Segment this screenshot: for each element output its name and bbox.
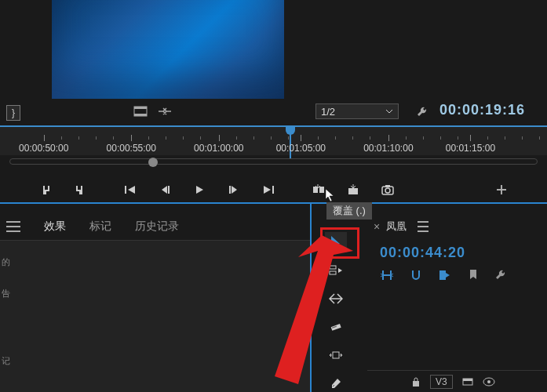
close-sequence-button[interactable]: ×	[374, 220, 380, 233]
join-icon[interactable]	[157, 106, 173, 117]
timeline-settings-icon[interactable]	[494, 268, 509, 282]
mark-out-button[interactable]	[69, 180, 91, 199]
cut-text-2: 告	[2, 288, 10, 299]
svg-rect-4	[168, 186, 170, 194]
panel-menu-icon[interactable]	[6, 221, 20, 232]
left-panel-body: 的 告 记	[0, 240, 310, 392]
track-select-tool[interactable]	[325, 260, 347, 281]
cut-text-3: 记	[2, 355, 10, 367]
svg-rect-6	[272, 186, 274, 194]
track-eye-icon[interactable]	[483, 377, 495, 387]
svg-rect-19	[439, 270, 446, 280]
zoom-select[interactable]: 1/2	[315, 103, 399, 119]
ruler-track[interactable]: 00:00:50:0000:00:55:0000:01:00:0000:01:0…	[0, 127, 547, 155]
step-forward-button[interactable]	[223, 180, 245, 199]
track-lock-icon[interactable]	[411, 376, 421, 387]
razor-tool[interactable]	[325, 317, 347, 337]
cursor-icon	[325, 188, 336, 202]
play-button[interactable]	[188, 180, 210, 199]
source-monitor-preview[interactable]	[52, 0, 284, 99]
timeline-ruler[interactable]: 00:00:50:0000:00:55:0000:01:00:0000:01:0…	[0, 125, 547, 172]
chevron-down-icon	[385, 109, 393, 114]
pen-tool[interactable]	[325, 373, 347, 392]
sequence-tabs: × 凤凰	[374, 220, 428, 234]
svg-rect-13	[330, 266, 336, 269]
svg-point-11	[385, 188, 390, 193]
overwrite-tooltip: 覆盖 (.)	[326, 202, 372, 220]
svg-rect-2	[134, 114, 147, 116]
monitor-fit-icons	[133, 102, 182, 121]
svg-rect-9	[348, 188, 358, 194]
track-label[interactable]: V3	[430, 375, 453, 389]
track-header-row: V3	[411, 375, 495, 389]
left-panel-tabs: 效果 标记 历史记录	[6, 220, 179, 234]
go-to-in-button[interactable]	[119, 180, 141, 199]
svg-rect-8	[319, 187, 324, 193]
export-frame-button[interactable]	[377, 180, 399, 199]
sequence-toggle-icons	[380, 268, 509, 282]
svg-rect-17	[333, 352, 339, 358]
tab-effects[interactable]: 效果	[44, 220, 66, 234]
marker-icon[interactable]	[468, 269, 479, 281]
slip-tool[interactable]	[325, 345, 347, 365]
sequence-menu-icon[interactable]	[418, 221, 428, 232]
zoom-scrollbar[interactable]	[9, 158, 538, 165]
svg-rect-5	[229, 186, 231, 194]
step-back-button[interactable]	[154, 180, 176, 199]
mark-in-button[interactable]	[35, 180, 57, 199]
zoom-handle[interactable]	[148, 158, 158, 167]
sequence-timecode[interactable]: 00:00:44:20	[380, 245, 465, 261]
panel-divider-v[interactable]	[310, 202, 312, 392]
linked-selection-icon[interactable]	[438, 269, 452, 281]
go-to-out-button[interactable]	[257, 180, 279, 199]
wrench-icon[interactable]	[416, 105, 430, 119]
track-separator	[367, 370, 547, 371]
snap-nest-icon[interactable]	[380, 269, 394, 281]
svg-rect-3	[125, 186, 126, 194]
svg-point-24	[487, 380, 490, 383]
svg-rect-20	[413, 381, 419, 387]
track-target-icon[interactable]	[462, 377, 473, 387]
svg-rect-1	[134, 107, 147, 109]
svg-rect-22	[463, 379, 472, 381]
add-button[interactable]	[490, 180, 512, 199]
panel-divider-h[interactable]	[0, 202, 547, 204]
transport-controls	[0, 179, 547, 201]
tab-history[interactable]: 历史记录	[135, 220, 179, 234]
svg-rect-12	[385, 185, 390, 187]
zoom-value: 1/2	[321, 106, 335, 118]
svg-rect-14	[330, 271, 336, 274]
snap-icon[interactable]	[410, 269, 422, 281]
tool-column	[325, 232, 350, 392]
sequence-name[interactable]: 凤凰	[386, 220, 407, 234]
ripple-tool[interactable]	[325, 289, 347, 309]
side-toggle-button[interactable]: }	[6, 105, 20, 121]
filmstrip-icon[interactable]	[133, 106, 148, 117]
svg-rect-15	[331, 324, 341, 331]
monitor-timecode[interactable]: 00:00:19:16	[439, 102, 525, 118]
overwrite-button[interactable]	[342, 180, 364, 199]
tab-markers[interactable]: 标记	[89, 220, 111, 234]
cut-text-1: 的	[2, 256, 10, 268]
selection-tool[interactable]	[325, 232, 347, 252]
